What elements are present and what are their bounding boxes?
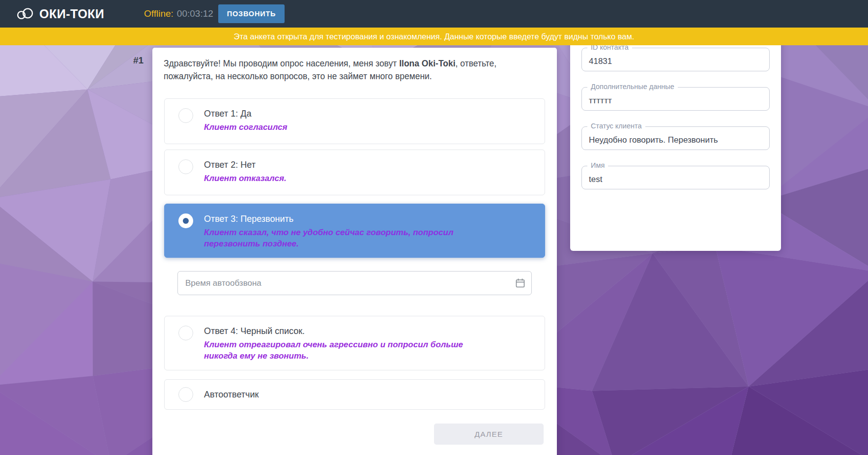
app-window: ОКИ-ТОКИ Offline: 00:03:12 ПОЗВОНИТЬ Эта…: [0, 0, 868, 455]
answer-title: Автоответчик: [204, 389, 259, 400]
answer-options: Ответ 1: Да Клиент согласился Ответ 2: Н…: [164, 98, 545, 445]
contact-field-id: ID контакта: [581, 48, 770, 71]
question-prefix: Здравствуйте! Мы проводим опрос населени…: [164, 59, 399, 68]
autodial-time-input[interactable]: [177, 271, 532, 295]
contact-field-status: Статус клиента: [581, 126, 770, 150]
answer-title: Ответ 3: Перезвонить: [204, 213, 477, 225]
question-number: #1: [133, 55, 144, 66]
answer-option-2[interactable]: Ответ 2: Нет Клиент отказался.: [164, 150, 545, 195]
calendar-icon[interactable]: [515, 278, 525, 288]
contact-field-name: Имя: [581, 166, 770, 189]
answer-option-content: Ответ 2: Нет Клиент отказался.: [204, 159, 287, 184]
extra-data-input[interactable]: [582, 88, 769, 110]
radio-unselected-icon[interactable]: [178, 326, 193, 340]
answer-option-content: Автоответчик: [204, 389, 259, 400]
status-timer: 00:03:12: [177, 8, 213, 19]
logo-text: ОКИ-ТОКИ: [39, 7, 104, 21]
answer-option-3-selected[interactable]: Ответ 3: Перезвонить Клиент сказал, что …: [164, 204, 545, 258]
next-button[interactable]: ДАЛЕЕ: [434, 424, 544, 445]
field-label: Статус клиента: [587, 122, 645, 130]
answer-option-content: Ответ 3: Перезвонить Клиент сказал, что …: [204, 213, 477, 249]
radio-selected-icon[interactable]: [178, 213, 193, 228]
field-label: Имя: [587, 161, 608, 169]
field-label: Дополнительные данные: [587, 83, 678, 91]
status-label: Offline:: [144, 8, 174, 19]
client-name-input[interactable]: [582, 166, 769, 189]
connection-status: Offline: 00:03:12: [144, 0, 213, 28]
notice-banner: Эта анкета открыта для тестирования и оз…: [0, 28, 868, 45]
contact-panel: ID контакта Дополнительные данные Статус…: [570, 34, 781, 251]
call-button[interactable]: ПОЗВОНИТЬ: [218, 4, 285, 23]
contact-id-input[interactable]: [582, 48, 769, 71]
notice-banner-text: Эта анкета открыта для тестирования и оз…: [234, 32, 635, 41]
answer-option-4[interactable]: Ответ 4: Черный список. Клиент отреагиро…: [164, 316, 545, 370]
answer-option-content: Ответ 1: Да Клиент согласился: [204, 108, 288, 133]
contact-field-extra-data: Дополнительные данные: [581, 87, 770, 111]
radio-unselected-icon[interactable]: [178, 108, 193, 123]
cloud-icon: [16, 7, 34, 21]
answer-option-5[interactable]: Автоответчик: [164, 379, 545, 410]
top-bar: ОКИ-ТОКИ Offline: 00:03:12 ПОЗВОНИТЬ: [0, 0, 868, 28]
answer-description: Клиент сказал, что не удобно сейчас гово…: [204, 227, 477, 249]
client-status-input[interactable]: [582, 127, 769, 150]
radio-unselected-icon[interactable]: [178, 159, 193, 174]
autodial-time-row: [177, 271, 532, 295]
answer-description: Клиент согласился: [204, 121, 288, 133]
answer-description: Клиент отреагировал очень агрессивно и п…: [204, 339, 477, 362]
answer-option-content: Ответ 4: Черный список. Клиент отреагиро…: [204, 325, 477, 362]
logo: ОКИ-ТОКИ: [16, 0, 104, 28]
question-text: Здравствуйте! Мы проводим опрос населени…: [164, 57, 518, 83]
answer-title: Ответ 1: Да: [204, 108, 288, 120]
answer-description: Клиент отказался.: [204, 173, 287, 184]
radio-unselected-icon[interactable]: [178, 387, 193, 402]
answer-title: Ответ 4: Черный список.: [204, 325, 477, 337]
answer-title: Ответ 2: Нет: [204, 159, 287, 171]
question-agent-name: Ilona Oki-Toki: [399, 59, 455, 68]
answer-option-1[interactable]: Ответ 1: Да Клиент согласился: [164, 98, 545, 144]
survey-card: Здравствуйте! Мы проводим опрос населени…: [152, 48, 557, 455]
